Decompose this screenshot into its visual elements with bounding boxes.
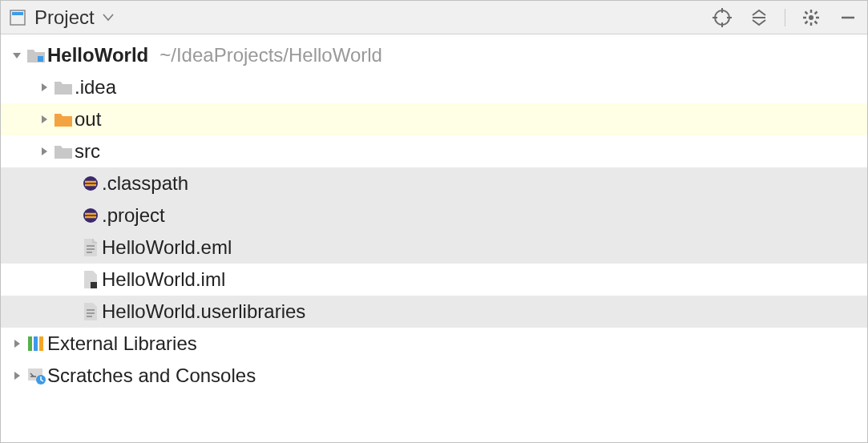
svg-rect-30 [39,336,43,351]
tree-item-label: HelloWorld.iml [102,268,225,291]
tree-root-helloworld[interactable]: HelloWorld ~/IdeaProjects/HelloWorld [1,39,867,71]
module-folder-icon [25,47,47,63]
locate-icon[interactable] [711,6,733,29]
eclipse-file-icon [79,207,102,224]
tree-item-label: HelloWorld.userlibraries [102,300,305,323]
svg-line-13 [805,11,808,14]
tree-item-label: src [75,140,100,163]
project-view-icon [9,9,26,26]
libraries-icon [25,335,47,352]
svg-point-8 [809,15,813,20]
project-tree: HelloWorld ~/IdeaProjects/HelloWorld .id… [1,34,867,397]
tree-item-label: Scratches and Consoles [47,364,256,387]
collapse-arrow-icon[interactable] [36,146,52,157]
svg-point-19 [83,176,98,191]
svg-rect-1 [12,12,23,15]
collapse-arrow-icon[interactable] [9,338,25,349]
tree-file-userlibraries[interactable]: HelloWorld.userlibraries [1,296,867,328]
project-dropdown-label[interactable]: Project [34,6,95,29]
tree-folder-out[interactable]: out [1,103,867,135]
svg-rect-28 [28,336,32,351]
svg-line-14 [815,21,818,23]
svg-rect-18 [38,56,43,62]
tree-file-iml[interactable]: HelloWorld.iml [1,264,867,296]
tree-item-label: .project [102,204,165,227]
tree-scratches-consoles[interactable]: Scratches and Consoles [1,360,867,392]
settings-icon[interactable] [800,6,822,29]
excluded-folder-icon [52,111,75,127]
tree-folder-idea[interactable]: .idea [1,71,867,103]
svg-rect-29 [34,336,38,351]
tree-external-libraries[interactable]: External Libraries [1,328,867,360]
minimize-icon[interactable] [837,6,859,29]
eclipse-file-icon [79,175,102,192]
svg-rect-24 [91,282,97,288]
collapse-arrow-icon[interactable] [36,82,52,93]
scratches-icon [25,367,47,385]
tree-root-label: HelloWorld [47,44,148,66]
expand-arrow-icon[interactable] [9,50,25,61]
collapse-arrow-icon[interactable] [9,370,25,381]
folder-icon [52,143,75,159]
tree-root-path: ~/IdeaProjects/HelloWorld [159,44,382,66]
project-toolbar: Project [1,1,867,34]
tree-file-classpath[interactable]: .classpath [1,167,867,199]
text-file-icon [79,238,102,257]
text-file-icon [79,302,102,321]
collapse-arrow-icon[interactable] [36,114,52,125]
tree-item-label: HelloWorld.eml [102,236,232,259]
toolbar-divider [785,9,785,26]
folder-icon [52,79,75,95]
tree-folder-src[interactable]: src [1,135,867,167]
tree-file-project[interactable]: .project [1,199,867,232]
tree-item-label: External Libraries [47,332,197,355]
collapse-all-icon[interactable] [748,6,770,29]
module-file-icon [79,270,102,289]
tree-item-label: out [75,108,101,131]
tree-file-eml[interactable]: HelloWorld.eml [1,232,867,264]
tree-item-label: .idea [75,76,116,99]
dropdown-arrow-icon[interactable] [103,11,114,24]
svg-point-20 [83,208,98,223]
tree-item-label: .classpath [102,172,188,195]
svg-line-15 [805,21,808,23]
svg-line-16 [815,11,818,14]
